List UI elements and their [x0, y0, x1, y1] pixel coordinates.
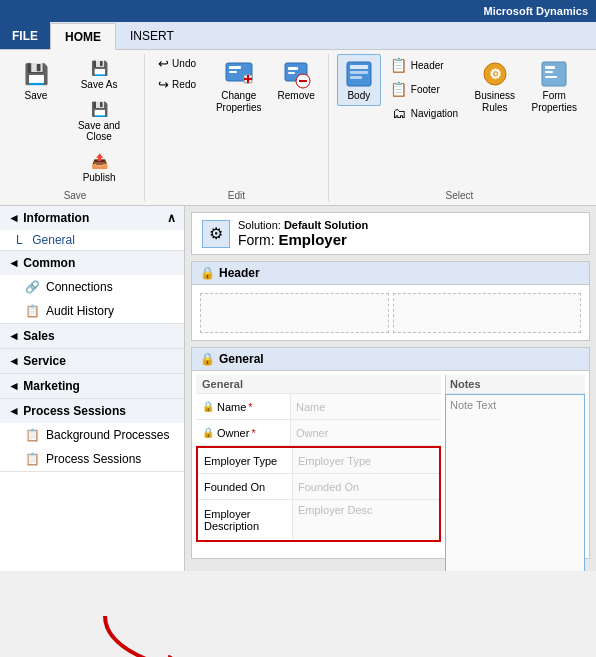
undo-icon: ↩ — [158, 56, 169, 71]
employer-description-field-input[interactable]: Employer Desc — [293, 500, 439, 540]
header-lock-icon: 🔒 — [200, 266, 215, 280]
ribbon-tab-bar: FILE HOME INSERT — [0, 22, 596, 50]
form-gear-icon: ⚙ — [202, 220, 230, 248]
audit-history-icon: 📋 — [24, 303, 40, 319]
remove-button[interactable]: Remove — [272, 54, 319, 106]
edit-group-items: ↩ Undo ↪ Redo — [153, 54, 320, 186]
publish-button[interactable]: 📤 Publish — [62, 147, 136, 186]
save-group-label: Save — [64, 190, 87, 201]
svg-rect-2 — [229, 71, 237, 73]
svg-rect-20 — [545, 76, 557, 78]
process-sessions-item-label: Process Sessions — [46, 452, 141, 466]
highlighted-fields-group: Employer Type Employer Type Founded On — [196, 446, 441, 542]
remove-label: Remove — [278, 90, 315, 102]
svg-rect-12 — [350, 65, 368, 69]
save-and-close-button[interactable]: 💾 Save and Close — [62, 95, 136, 145]
name-required-marker: * — [248, 401, 252, 413]
name-field-label: 🔒 Name * — [196, 394, 291, 419]
information-collapse-icon: ∧ — [167, 211, 176, 225]
background-processes-label: Background Processes — [46, 428, 169, 442]
name-field-input[interactable]: Name — [291, 394, 441, 419]
sidebar-section-information-header[interactable]: ◄ Information ∧ — [0, 206, 184, 230]
save-icon: 💾 — [20, 58, 52, 90]
sidebar-item-connections[interactable]: 🔗 Connections — [0, 275, 184, 299]
save-and-close-label: Save and Close — [67, 120, 131, 142]
body-icon — [343, 58, 375, 90]
tab-insert[interactable]: INSERT — [116, 22, 188, 49]
edit-group-label: Edit — [228, 190, 245, 201]
name-lock-icon: 🔒 — [202, 401, 214, 412]
form-field-employer-description: Employer Description Employer Desc — [198, 500, 439, 540]
top-bar: Microsoft Dynamics — [0, 0, 596, 22]
owner-field-input[interactable]: Owner — [291, 420, 441, 445]
sidebar-section-sales: ◄ Sales — [0, 324, 184, 349]
sidebar-section-process-sessions-header[interactable]: ◄ Process Sessions — [0, 399, 184, 423]
ribbon: FILE HOME INSERT 💾 Save 💾 Save As 💾 — [0, 22, 596, 206]
header-label: Header — [411, 60, 444, 71]
business-rules-button[interactable]: ⚙ Business Rules — [467, 54, 522, 118]
tab-file[interactable]: FILE — [0, 22, 50, 49]
svg-rect-1 — [229, 66, 241, 69]
save-group-items: 💾 Save 💾 Save As 💾 Save and Close 📤 Publ… — [14, 54, 136, 186]
footer-label: Footer — [411, 84, 440, 95]
svg-rect-8 — [288, 72, 295, 74]
background-processes-icon: 📋 — [24, 427, 40, 443]
general-left-column: General 🔒 Name * Name — [196, 375, 441, 554]
publish-label: Publish — [83, 172, 116, 183]
employer-type-label-text: Employer Type — [204, 455, 277, 467]
sidebar-item-background-processes[interactable]: 📋 Background Processes — [0, 423, 184, 447]
marketing-label: ◄ Marketing — [8, 379, 80, 393]
general-layout: General 🔒 Name * Name — [196, 375, 585, 554]
sidebar-item-audit-history[interactable]: 📋 Audit History — [0, 299, 184, 323]
sidebar-section-common-header[interactable]: ◄ Common — [0, 251, 184, 275]
redo-button[interactable]: ↪ Redo — [153, 75, 201, 94]
save-button[interactable]: 💾 Save — [14, 54, 58, 106]
save-as-icon: 💾 — [88, 57, 110, 79]
sidebar-section-service-header[interactable]: ◄ Service — [0, 349, 184, 373]
form-properties-icon — [538, 58, 570, 90]
tab-home[interactable]: HOME — [50, 23, 116, 50]
body-button[interactable]: Body — [337, 54, 381, 106]
content-wrapper: ◄ Information ∧ L General ◄ Common 🔗 Con… — [0, 206, 596, 571]
footer-icon: 📋 — [390, 80, 408, 98]
employer-type-field-input[interactable]: Employer Type — [293, 448, 439, 473]
change-properties-button[interactable]: Change Properties — [209, 54, 268, 118]
publish-icon: 📤 — [88, 150, 110, 172]
sidebar-item-general[interactable]: L General — [0, 230, 184, 250]
form-section-general-title: 🔒 General — [192, 348, 589, 371]
sidebar-section-sales-header[interactable]: ◄ Sales — [0, 324, 184, 348]
sidebar-section-process-sessions: ◄ Process Sessions 📋 Background Processe… — [0, 399, 184, 472]
founded-on-placeholder: Founded On — [298, 481, 359, 493]
navigation-icon: 🗂 — [390, 104, 408, 122]
header-fields-placeholder — [196, 289, 585, 337]
undo-button[interactable]: ↩ Undo — [153, 54, 201, 73]
business-rules-label: Business Rules — [473, 90, 516, 114]
remove-icon — [280, 58, 312, 90]
common-label: ◄ Common — [8, 256, 75, 270]
notes-text-area[interactable]: Note Text — [445, 394, 585, 571]
form-field-founded-on: Founded On Founded On — [198, 474, 439, 500]
footer-button[interactable]: 📋 Footer — [385, 78, 463, 100]
sidebar-section-common: ◄ Common 🔗 Connections 📋 Audit History — [0, 251, 184, 324]
change-properties-label: Change Properties — [215, 90, 262, 114]
header-button[interactable]: 📋 Header — [385, 54, 463, 76]
navigation-button[interactable]: 🗂 Navigation — [385, 102, 463, 124]
owner-field-label: 🔒 Owner * — [196, 420, 291, 445]
save-as-label: Save As — [81, 79, 118, 90]
business-rules-icon: ⚙ — [479, 58, 511, 90]
sidebar-item-process-sessions[interactable]: 📋 Process Sessions — [0, 447, 184, 471]
svg-rect-18 — [545, 66, 555, 69]
save-as-button[interactable]: 💾 Save As — [62, 54, 136, 93]
undo-redo-group: ↩ Undo ↪ Redo — [153, 54, 201, 94]
sidebar-section-marketing-header[interactable]: ◄ Marketing — [0, 374, 184, 398]
form-field-name: 🔒 Name * Name — [196, 394, 441, 420]
process-sessions-item-icon: 📋 — [24, 451, 40, 467]
undo-label: Undo — [172, 58, 196, 69]
sidebar-section-service: ◄ Service — [0, 349, 184, 374]
form-section-header-title: 🔒 Header — [192, 262, 589, 285]
form-section-header: 🔒 Header — [191, 261, 590, 341]
employer-type-placeholder: Employer Type — [298, 455, 371, 467]
form-properties-button[interactable]: Form Properties — [527, 54, 582, 118]
form-name: Employer — [278, 231, 346, 248]
founded-on-field-input[interactable]: Founded On — [293, 474, 439, 499]
